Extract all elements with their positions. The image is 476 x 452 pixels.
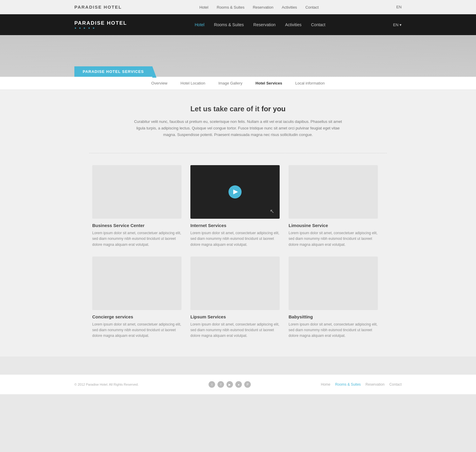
service-thumb-business bbox=[92, 165, 181, 219]
footer-social: t f ▶ ● P bbox=[209, 381, 251, 388]
top-nav-reservation[interactable]: Reservation bbox=[253, 5, 273, 10]
main-header: PARADISE HOTEL ★ ★ ★ ★ ★ Hotel Rooms & S… bbox=[0, 14, 476, 35]
service-name-limousine: Limousine Service bbox=[289, 223, 378, 228]
page-title-label: PARADISE HOTEL SERVICES bbox=[74, 66, 152, 77]
service-desc-limousine: Lorem ipsum dolor sit amet, consectetuer… bbox=[289, 230, 378, 248]
service-thumb-lipsum bbox=[190, 257, 280, 310]
sub-nav-hotel-services[interactable]: Hotel Services bbox=[256, 81, 282, 85]
service-name-internet: Internet Services bbox=[190, 223, 280, 228]
sub-nav-hotel-location[interactable]: Hotel Location bbox=[181, 81, 205, 85]
services-grid: Business Service Center Lorem ipsum dolo… bbox=[92, 165, 384, 339]
footer: © 2012 Paradise Hotel. All Rights Reserv… bbox=[0, 374, 476, 394]
top-bar: PARADISE HOTEL Hotel Rooms & Suites Rese… bbox=[0, 0, 476, 14]
top-bar-logo: PARADISE HOTEL bbox=[74, 4, 122, 10]
page-title-bar: PARADISE HOTEL SERVICES bbox=[74, 66, 402, 77]
service-thumb-limousine bbox=[289, 165, 378, 219]
service-name-babysitting: Babysitting bbox=[289, 314, 378, 319]
service-thumb-babysitting bbox=[289, 257, 378, 310]
top-bar-nav: Hotel Rooms & Suites Reservation Activit… bbox=[199, 4, 319, 10]
main-logo: PARADISE HOTEL ★ ★ ★ ★ ★ bbox=[74, 20, 127, 29]
service-card-limousine: Limousine Service Lorem ipsum dolor sit … bbox=[289, 165, 378, 248]
service-desc-lipsum: Lorem ipsum dolor sit amet, consectetuer… bbox=[190, 322, 280, 339]
service-thumb-concierge bbox=[92, 257, 181, 310]
top-bar-language[interactable]: EN bbox=[396, 5, 402, 9]
service-card-lipsum: Lipsum Services Lorem ipsum dolor sit am… bbox=[190, 257, 280, 339]
section-tagline-bold: for you bbox=[262, 105, 286, 113]
main-content: Let us take care of it for you Curabitur… bbox=[0, 90, 476, 356]
service-name-lipsum: Lipsum Services bbox=[190, 314, 280, 319]
social-icon-facebook[interactable]: f bbox=[217, 381, 224, 388]
main-logo-text: PARADISE HOTEL bbox=[74, 20, 127, 26]
social-icon-flickr[interactable]: ● bbox=[235, 381, 242, 388]
footer-links: Home Rooms & Suites Reservation Contact bbox=[321, 382, 402, 387]
service-desc-babysitting: Lorem ipsum dolor sit amet, consectetuer… bbox=[289, 322, 378, 339]
service-name-business: Business Service Center bbox=[92, 223, 181, 228]
section-title: Let us take care of it for you bbox=[190, 105, 286, 113]
sub-nav-image-gallery[interactable]: Image Gallery bbox=[218, 81, 242, 85]
service-desc-business: Lorem ipsum dolor sit amet, consectetuer… bbox=[92, 230, 181, 248]
social-icon-twitter[interactable]: t bbox=[209, 381, 215, 388]
section-divider bbox=[89, 153, 387, 153]
main-nav: Hotel Rooms & Suites Reservation Activit… bbox=[195, 22, 325, 27]
service-thumb-internet: ↖ bbox=[190, 165, 280, 219]
top-nav-activities[interactable]: Activities bbox=[282, 5, 297, 10]
main-header-language[interactable]: EN ▾ bbox=[393, 23, 402, 27]
section-tagline: Let us take care of it bbox=[190, 105, 259, 113]
footer-link-home[interactable]: Home bbox=[321, 382, 331, 387]
service-card-concierge: Concierge services Lorem ipsum dolor sit… bbox=[92, 257, 181, 339]
top-nav-rooms[interactable]: Rooms & Suites bbox=[217, 5, 245, 10]
footer-link-rooms[interactable]: Rooms & Suites bbox=[335, 382, 361, 387]
service-card-business: Business Service Center Lorem ipsum dolo… bbox=[92, 165, 181, 248]
social-icon-youtube[interactable]: ▶ bbox=[226, 381, 233, 388]
main-nav-activities[interactable]: Activities bbox=[285, 22, 301, 27]
footer-copyright: © 2012 Paradise Hotel. All Rights Reserv… bbox=[74, 383, 139, 386]
main-nav-reservation[interactable]: Reservation bbox=[253, 22, 276, 27]
video-play-button[interactable] bbox=[228, 185, 242, 198]
service-name-concierge: Concierge services bbox=[92, 314, 181, 319]
cursor-icon: ↖ bbox=[270, 208, 274, 215]
main-nav-rooms[interactable]: Rooms & Suites bbox=[214, 22, 244, 27]
footer-link-contact[interactable]: Contact bbox=[389, 382, 402, 387]
social-icon-pinterest[interactable]: P bbox=[244, 381, 251, 388]
sub-nav-overview[interactable]: Overview bbox=[151, 81, 167, 85]
sub-nav-local-info[interactable]: Local information bbox=[295, 81, 325, 85]
main-logo-stars: ★ ★ ★ ★ ★ bbox=[74, 27, 95, 29]
hero-section: PARADISE HOTEL SERVICES bbox=[0, 35, 476, 77]
main-nav-hotel[interactable]: Hotel bbox=[195, 22, 205, 27]
service-desc-internet: Lorem ipsum dolor sit amet, consectetuer… bbox=[190, 230, 280, 248]
service-desc-concierge: Lorem ipsum dolor sit amet, consectetuer… bbox=[92, 322, 181, 339]
top-nav-contact[interactable]: Contact bbox=[305, 5, 319, 10]
top-nav-hotel[interactable]: Hotel bbox=[199, 5, 208, 10]
service-card-internet: ↖ Internet Services Lorem ipsum dolor si… bbox=[190, 165, 280, 248]
footer-link-reservation[interactable]: Reservation bbox=[366, 382, 385, 387]
sub-nav: Overview Hotel Location Image Gallery Ho… bbox=[0, 77, 476, 90]
section-description: Curabitur velit nunc, faucibus ut pretiu… bbox=[134, 118, 342, 138]
main-nav-contact[interactable]: Contact bbox=[311, 22, 325, 27]
service-card-babysitting: Babysitting Lorem ipsum dolor sit amet, … bbox=[289, 257, 378, 339]
